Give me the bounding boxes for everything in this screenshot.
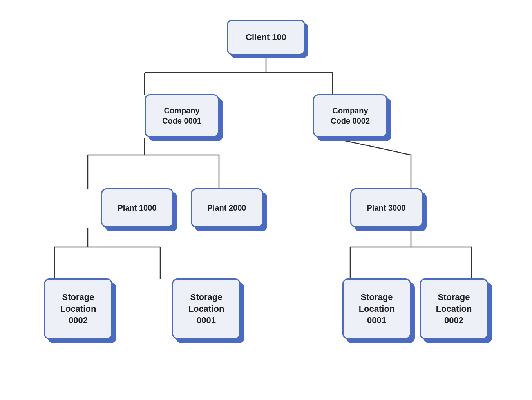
plant1000-card-front: Plant 1000 xyxy=(101,188,174,227)
level-companies: CompanyCode 0001 CompanyCode 0002 xyxy=(15,94,517,137)
plant3000-label: Plant 3000 xyxy=(367,204,406,213)
client-card-front: Client 100 xyxy=(227,20,305,55)
sl-0001-right-front: StorageLocation0001 xyxy=(342,278,411,339)
org-diagram: Client 100 CompanyCode 0001 CompanyCode … xyxy=(15,8,517,392)
sl-0001-left-node: StorageLocation0001 xyxy=(172,278,241,339)
level-plants: Plant 1000 Plant 2000 Plant 3000 xyxy=(15,188,517,227)
level-storage: StorageLocation0002 StorageLocation0001 … xyxy=(15,278,517,339)
plant2000-label: Plant 2000 xyxy=(208,204,246,213)
sl-0002-left-node: StorageLocation0002 xyxy=(44,278,112,339)
sl-0001-right-node: StorageLocation0001 xyxy=(342,278,411,339)
plant2000-card-front: Plant 2000 xyxy=(191,188,263,227)
sl-0001-left-front: StorageLocation0001 xyxy=(172,278,241,339)
sl-0002-right-node: StorageLocation0002 xyxy=(420,278,488,339)
sl-0002-right-label: StorageLocation0002 xyxy=(436,291,472,326)
company2-node: CompanyCode 0002 xyxy=(313,94,387,137)
client-node: Client 100 xyxy=(227,20,305,55)
sl-0002-left-front: StorageLocation0002 xyxy=(44,278,112,339)
sl-0001-left-label: StorageLocation0001 xyxy=(188,291,224,326)
company2-label: CompanyCode 0002 xyxy=(331,105,370,126)
plant1000-node: Plant 1000 xyxy=(101,188,174,227)
sl-0001-right-label: StorageLocation0001 xyxy=(359,291,395,326)
plant1000-label: Plant 1000 xyxy=(118,204,157,213)
plant3000-node: Plant 3000 xyxy=(350,188,423,227)
plant2000-node: Plant 2000 xyxy=(191,188,263,227)
company1-label: CompanyCode 0001 xyxy=(162,105,201,126)
level-client: Client 100 xyxy=(15,20,517,55)
company1-card-front: CompanyCode 0001 xyxy=(145,94,219,137)
company1-node: CompanyCode 0001 xyxy=(145,94,219,137)
company2-card-front: CompanyCode 0002 xyxy=(313,94,387,137)
client-label: Client 100 xyxy=(246,32,286,42)
sl-0002-left-label: StorageLocation0002 xyxy=(60,291,96,326)
plant3000-card-front: Plant 3000 xyxy=(350,188,423,227)
sl-0002-right-front: StorageLocation0002 xyxy=(420,278,488,339)
